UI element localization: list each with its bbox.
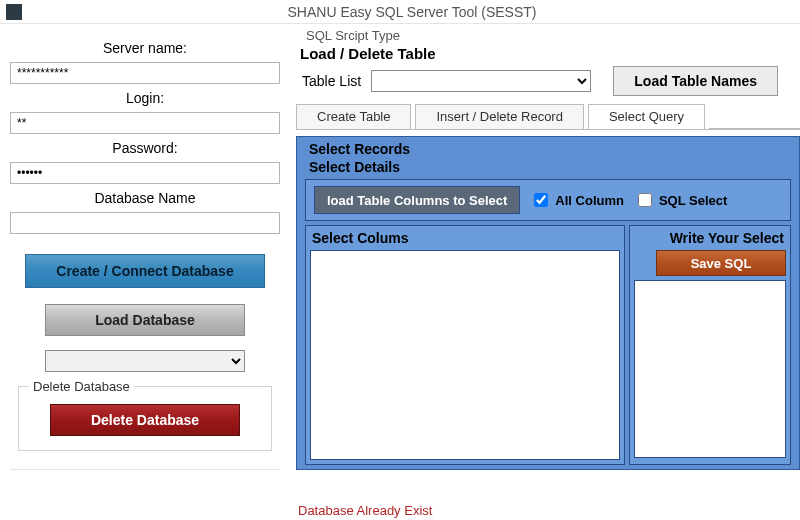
all-column-checkbox-text: All Column xyxy=(555,193,624,208)
sql-script-type-label: SQL Srcipt Type xyxy=(306,28,800,43)
connection-panel: Server name: Login: Password: Database N… xyxy=(0,24,290,520)
tab-select-query[interactable]: Select Query xyxy=(588,104,705,129)
database-dropdown[interactable] xyxy=(45,350,245,372)
create-connect-database-button[interactable]: Create / Connect Database xyxy=(25,254,265,288)
sql-select-checkbox[interactable] xyxy=(638,193,652,207)
select-query-pane: Select Records Select Details load Table… xyxy=(296,136,800,470)
sql-script-panel: SQL Srcipt Type Load / Delete Table Tabl… xyxy=(290,24,800,520)
database-name-label: Database Name xyxy=(10,190,280,206)
left-footer-hint xyxy=(10,469,280,478)
delete-database-button[interactable]: Delete Database xyxy=(50,404,240,436)
select-columns-title: Select Colums xyxy=(310,228,620,250)
status-text: Database Already Exist xyxy=(298,503,432,518)
write-select-title: Write Your Select xyxy=(634,228,786,250)
password-input[interactable] xyxy=(10,162,280,184)
sql-tabs: Create Table Insert / Delete Record Sele… xyxy=(296,104,800,130)
login-label: Login: xyxy=(10,90,280,106)
password-label: Password: xyxy=(10,140,280,156)
login-input[interactable] xyxy=(10,112,280,134)
save-sql-button[interactable]: Save SQL xyxy=(656,250,786,276)
all-column-checkbox[interactable] xyxy=(534,193,548,207)
load-table-columns-button[interactable]: load Table Columns to Select xyxy=(314,186,520,214)
sql-select-checkbox-label[interactable]: SQL Select xyxy=(634,190,727,210)
load-database-button[interactable]: Load Database xyxy=(45,304,245,336)
sql-select-checkbox-text: SQL Select xyxy=(659,193,727,208)
delete-database-group-title: Delete Database xyxy=(29,379,134,394)
server-name-label: Server name: xyxy=(10,40,280,56)
window-title: SHANU Easy SQL Server Tool (SESST) xyxy=(30,4,794,20)
select-records-title: Select Records xyxy=(301,139,795,159)
app-icon xyxy=(6,4,22,20)
load-table-names-button[interactable]: Load Table Names xyxy=(613,66,778,96)
select-columns-group: Select Colums xyxy=(305,225,625,465)
load-delete-table-title: Load / Delete Table xyxy=(300,45,800,62)
database-name-input[interactable] xyxy=(10,212,280,234)
table-list-dropdown[interactable] xyxy=(371,70,591,92)
select-columns-list[interactable] xyxy=(310,250,620,460)
delete-database-group: Delete Database Delete Database xyxy=(18,386,272,451)
tab-insert-delete-record[interactable]: Insert / Delete Record xyxy=(415,104,583,129)
table-list-label: Table List xyxy=(302,73,361,89)
write-select-group: Write Your Select Save SQL xyxy=(629,225,791,465)
all-column-checkbox-label[interactable]: All Column xyxy=(530,190,624,210)
tab-create-table[interactable]: Create Table xyxy=(296,104,411,129)
write-select-textarea[interactable] xyxy=(634,280,786,458)
select-details-title: Select Details xyxy=(301,159,795,179)
server-name-input[interactable] xyxy=(10,62,280,84)
select-details-toolbar: load Table Columns to Select All Column … xyxy=(305,179,791,221)
